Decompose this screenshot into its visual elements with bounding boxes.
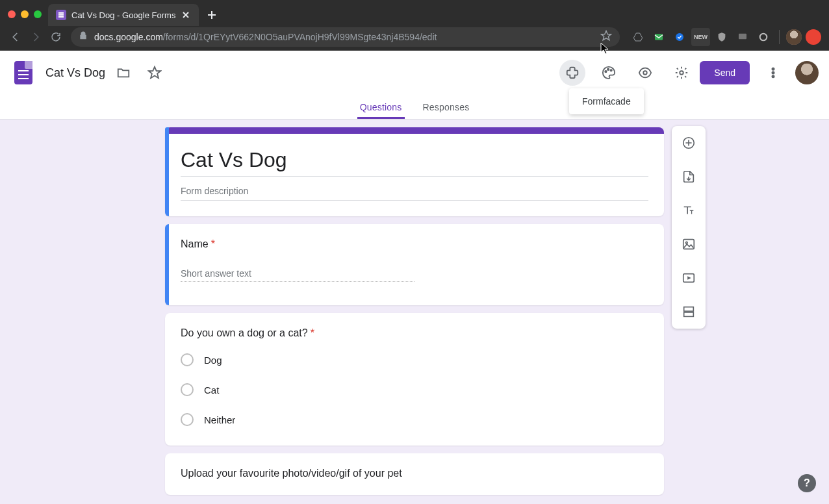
- svg-rect-1: [58, 14, 64, 16]
- option-row[interactable]: Neither: [181, 413, 648, 426]
- forms-logo-icon[interactable]: [10, 60, 36, 86]
- option-label: Dog: [204, 355, 222, 366]
- short-answer-placeholder: Short answer text: [181, 268, 414, 282]
- url-text: docs.google.com/forms/d/1QrEYytV662N0O5a…: [94, 32, 437, 42]
- svg-rect-16: [683, 240, 695, 249]
- lock-icon: [79, 31, 88, 43]
- option-row[interactable]: Cat: [181, 383, 648, 396]
- import-questions-button[interactable]: [677, 165, 700, 188]
- svg-rect-3: [655, 34, 663, 40]
- svg-point-9: [611, 69, 612, 71]
- option-label: Neither: [204, 414, 235, 425]
- form-title[interactable]: Cat Vs Dog: [181, 148, 648, 172]
- svg-point-12: [772, 68, 774, 70]
- svg-point-10: [644, 71, 648, 75]
- tab-questions[interactable]: Questions: [357, 102, 405, 119]
- forms-favicon-icon: [56, 10, 66, 20]
- form-description[interactable]: Form description: [181, 186, 648, 196]
- extension-chat-icon[interactable]: [733, 28, 752, 46]
- customize-theme-button[interactable]: [596, 60, 622, 86]
- maximize-window-icon[interactable]: [34, 10, 42, 18]
- radio-icon: [181, 383, 194, 396]
- minimize-window-icon[interactable]: [21, 10, 29, 18]
- radio-icon: [181, 353, 194, 366]
- svg-point-4: [676, 33, 683, 41]
- question-text: Do you own a dog or a cat?: [181, 327, 308, 338]
- divider: [181, 200, 648, 201]
- divider: [181, 176, 648, 177]
- svg-point-11: [680, 71, 684, 75]
- option-label: Cat: [204, 384, 219, 396]
- svg-point-7: [606, 71, 607, 72]
- extension-new-icon[interactable]: NEW: [691, 28, 710, 46]
- add-image-button[interactable]: [677, 233, 700, 256]
- move-to-folder-button[interactable]: [110, 60, 136, 86]
- add-section-button[interactable]: [677, 300, 700, 323]
- addon-tooltip: Formfacade: [569, 88, 644, 114]
- settings-button[interactable]: [669, 60, 695, 86]
- svg-point-8: [607, 69, 609, 70]
- preview-button[interactable]: [632, 60, 658, 86]
- star-button[interactable]: [142, 60, 168, 86]
- forward-button[interactable]: [27, 27, 44, 47]
- document-title[interactable]: Cat Vs Dog: [45, 66, 105, 80]
- new-tab-button[interactable]: [203, 6, 221, 24]
- question-card[interactable]: Upload your favourite photo/video/gif of…: [165, 453, 664, 495]
- required-asterisk: *: [211, 238, 215, 249]
- reload-button[interactable]: [47, 27, 64, 47]
- extension-blue-icon[interactable]: [670, 28, 689, 46]
- radio-icon: [181, 413, 194, 426]
- question-card[interactable]: Name* Short answer text: [165, 224, 664, 305]
- window-controls[interactable]: [5, 10, 48, 26]
- svg-point-14: [772, 75, 774, 77]
- close-tab-icon[interactable]: [181, 10, 191, 20]
- add-video-button[interactable]: [677, 266, 700, 290]
- svg-point-6: [760, 34, 767, 41]
- url-host: docs.google.com: [94, 32, 163, 42]
- editor-tabs: Questions Responses: [0, 95, 829, 120]
- add-title-button[interactable]: [677, 199, 700, 222]
- send-button[interactable]: Send: [700, 61, 750, 84]
- help-button[interactable]: ?: [798, 474, 816, 492]
- close-window-icon[interactable]: [8, 10, 16, 18]
- form-header-card[interactable]: Cat Vs Dog Form description: [165, 127, 664, 216]
- extension-circle-icon[interactable]: [754, 28, 772, 46]
- extension-red-icon[interactable]: [804, 28, 823, 46]
- add-question-button[interactable]: [677, 131, 700, 155]
- question-card[interactable]: Do you own a dog or a cat?* Dog Cat Neit…: [165, 313, 664, 446]
- svg-point-17: [685, 242, 687, 244]
- question-text: Name: [181, 238, 209, 249]
- svg-rect-19: [684, 307, 694, 311]
- address-bar[interactable]: docs.google.com/forms/d/1QrEYytV662N0O5a…: [71, 27, 620, 47]
- option-row[interactable]: Dog: [181, 353, 648, 366]
- question-label[interactable]: Upload your favourite photo/video/gif of…: [181, 468, 648, 479]
- account-avatar[interactable]: [795, 61, 819, 84]
- extension-divider: [779, 30, 780, 44]
- question-label[interactable]: Name*: [181, 238, 648, 250]
- bookmark-star-icon[interactable]: [600, 30, 612, 44]
- question-label[interactable]: Do you own a dog or a cat?*: [181, 327, 648, 339]
- svg-rect-20: [684, 312, 694, 316]
- addons-button[interactable]: [559, 60, 585, 86]
- browser-tab[interactable]: Cat Vs Dog - Google Forms: [48, 4, 199, 26]
- svg-rect-2: [58, 16, 64, 18]
- required-asterisk: *: [311, 327, 314, 338]
- tab-responses[interactable]: Responses: [420, 102, 472, 119]
- profile-avatar-icon[interactable]: [786, 29, 802, 45]
- url-path: /forms/d/1QrEYytV662N0O5auPVAnojH9fVl99M…: [163, 32, 437, 42]
- tab-title: Cat Vs Dog - Google Forms: [71, 10, 175, 20]
- svg-rect-0: [58, 12, 64, 14]
- extension-drive-icon[interactable]: [629, 28, 647, 46]
- more-options-button[interactable]: [760, 60, 786, 86]
- back-button[interactable]: [6, 27, 24, 47]
- svg-rect-5: [739, 34, 746, 40]
- svg-point-13: [772, 71, 774, 73]
- extension-shield-icon[interactable]: [713, 28, 731, 46]
- extension-mail-icon[interactable]: [650, 28, 668, 46]
- question-toolbar: [672, 126, 706, 329]
